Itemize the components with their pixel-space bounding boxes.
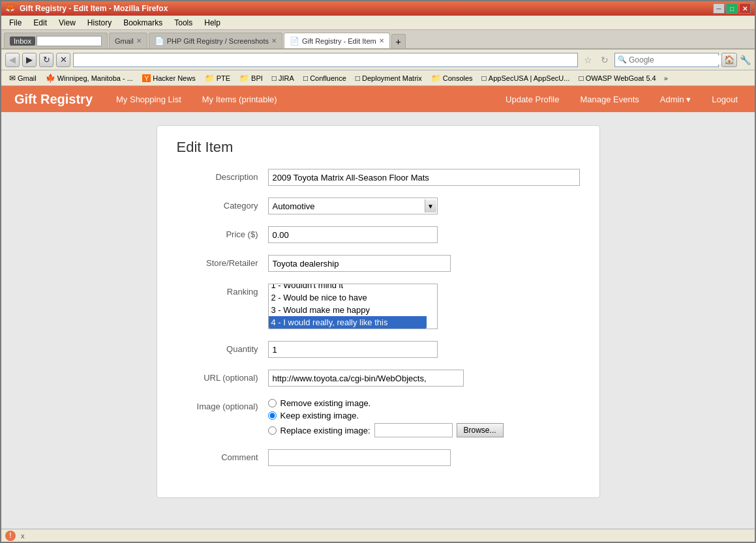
description-row: Description: [177, 169, 580, 186]
bookmark-winnipeg[interactable]: 🍁 Winnipeg, Manitoba - ...: [42, 72, 137, 84]
image-keep-radio[interactable]: [268, 411, 277, 420]
image-remove-radio[interactable]: [268, 399, 277, 407]
nav-shopping-list[interactable]: My Shopping List: [106, 86, 192, 112]
forward-button[interactable]: ▶: [22, 53, 37, 67]
price-field: [268, 226, 580, 243]
ranking-field: 1 - Wouldn't mind it 2 - Would be nice t…: [268, 284, 580, 329]
inbox-search-input[interactable]: [37, 36, 102, 46]
price-input[interactable]: [268, 226, 438, 243]
quantity-row: Quantity: [177, 341, 580, 358]
window-title: Gift Registry - Edit Item - Mozilla Fire…: [20, 4, 168, 13]
bookmark-deployment[interactable]: □ Deployment Matrix: [352, 72, 426, 84]
menu-history[interactable]: History: [82, 17, 117, 29]
title-bar-controls: ─ □ ✕: [713, 3, 751, 14]
url-input[interactable]: [268, 370, 464, 387]
bookmark-jira[interactable]: □ JIRA: [268, 72, 298, 84]
category-row: Category Automotive Books Clothing Elect…: [177, 198, 580, 214]
php-registry-icon: 📄: [155, 37, 164, 46]
address-input[interactable]: [73, 53, 578, 67]
bookmark-owasp[interactable]: □ OWASP WebGoat 5.4: [575, 72, 659, 84]
bookmark-bpi[interactable]: 📁 BPI: [235, 72, 267, 84]
refresh-icon[interactable]: ↻: [597, 53, 612, 67]
menu-view[interactable]: View: [53, 17, 81, 29]
bookmark-hacker-news[interactable]: Y Hacker News: [138, 73, 200, 83]
nav-admin[interactable]: Admin ▾: [650, 86, 701, 112]
tab-gift-edit[interactable]: 📄 Gift Registry - Edit Item ✕: [284, 33, 390, 48]
tab-gmail-label: Gmail: [115, 37, 134, 45]
tab-php-registry[interactable]: 📄 PHP Gift Registry / Screenshots ✕: [149, 33, 282, 48]
deployment-icon: □: [355, 74, 360, 83]
bookmark-appsec[interactable]: □ AppSecUSA | AppSecU...: [478, 72, 574, 84]
bookmark-confluence[interactable]: □ Confluence: [299, 72, 350, 84]
ranking-listbox[interactable]: 1 - Wouldn't mind it 2 - Would be nice t…: [269, 284, 427, 329]
winnipeg-icon: 🍁: [46, 74, 55, 83]
nav-items-printable[interactable]: My Items (printable): [192, 86, 288, 112]
browse-button[interactable]: Browse...: [457, 423, 504, 437]
image-keep-label: Keep existing image.: [280, 411, 359, 420]
tab-php-registry-label: PHP Gift Registry / Screenshots: [167, 37, 269, 45]
tab-inbox[interactable]: Inbox: [4, 33, 108, 48]
status-warning-icon[interactable]: !: [5, 531, 16, 541]
menu-file[interactable]: File: [4, 17, 27, 29]
bookmark-deployment-label: Deployment Matrix: [362, 74, 422, 82]
image-keep-row: Keep existing image.: [268, 411, 580, 420]
tab-gift-edit-label: Gift Registry - Edit Item: [302, 37, 376, 45]
ranking-option-4: 4 - I would really, really like this: [269, 316, 427, 329]
ranking-listbox-wrapper: 1 - Wouldn't mind it 2 - Would be nice t…: [268, 284, 438, 329]
nav-manage-events[interactable]: Manage Events: [569, 86, 649, 112]
tab-gmail[interactable]: Gmail ✕: [109, 33, 147, 48]
owasp-icon: □: [579, 74, 583, 83]
bookmark-pte-label: PTE: [217, 74, 230, 82]
status-close-button[interactable]: x: [21, 532, 25, 540]
menu-edit[interactable]: Edit: [28, 17, 52, 29]
bookmark-pte[interactable]: 📁 PTE: [201, 72, 234, 84]
form-title: Edit Item: [177, 139, 580, 156]
bookmark-owasp-label: OWASP WebGoat 5.4: [586, 74, 656, 82]
tab-gmail-close[interactable]: ✕: [136, 37, 142, 44]
home-button[interactable]: 🏠: [721, 53, 737, 67]
category-select[interactable]: Automotive Books Clothing Electronics Ho…: [268, 198, 438, 214]
app-logo[interactable]: Gift Registry: [8, 92, 106, 107]
stop-button[interactable]: ✕: [56, 53, 70, 67]
status-bar: ! x: [1, 529, 755, 542]
maximize-button[interactable]: □: [726, 3, 738, 14]
content-area: Edit Item Description Category Automotiv…: [1, 112, 755, 529]
consoles-icon: 📁: [431, 74, 441, 83]
ranking-option-2: 2 - Would be nice to have: [269, 291, 427, 304]
tab-gift-edit-close[interactable]: ✕: [379, 37, 384, 44]
bookmark-star-icon[interactable]: ☆: [581, 53, 595, 67]
store-input[interactable]: [268, 255, 451, 272]
bookmark-consoles[interactable]: 📁 Consoles: [427, 72, 477, 84]
new-tab-button[interactable]: +: [391, 34, 406, 48]
comment-row: Comment: [177, 449, 580, 466]
image-remove-label: Remove existing image.: [280, 398, 371, 408]
tab-php-registry-close[interactable]: ✕: [271, 37, 277, 44]
minimize-button[interactable]: ─: [713, 3, 725, 14]
ranking-option-1: 1 - Wouldn't mind it: [269, 284, 427, 291]
bookmark-gmail[interactable]: ✉ Gmail: [5, 72, 40, 84]
category-select-wrapper: Automotive Books Clothing Electronics Ho…: [268, 198, 438, 214]
menu-help[interactable]: Help: [199, 17, 226, 29]
image-file-input[interactable]: [374, 423, 453, 437]
url-field: [268, 370, 580, 387]
comment-input[interactable]: [268, 449, 451, 466]
title-bar-left: 🦊 Gift Registry - Edit Item - Mozilla Fi…: [5, 3, 168, 14]
close-button[interactable]: ✕: [739, 3, 751, 14]
menu-bookmarks[interactable]: Bookmarks: [118, 17, 168, 29]
reload-button[interactable]: ↻: [39, 53, 53, 67]
appsec-icon: □: [482, 74, 487, 83]
pte-icon: 📁: [205, 74, 215, 83]
bookmarks-more-button[interactable]: »: [661, 73, 671, 83]
nav-logout[interactable]: Logout: [701, 86, 748, 112]
tools-icon[interactable]: 🔧: [740, 55, 751, 65]
inbox-tab-content: Inbox: [10, 36, 102, 46]
nav-update-profile[interactable]: Update Profile: [495, 86, 569, 112]
image-replace-radio[interactable]: [268, 426, 277, 435]
description-input[interactable]: [268, 169, 580, 186]
back-button[interactable]: ◀: [5, 53, 20, 67]
quantity-input[interactable]: [268, 341, 438, 358]
search-engine-icon: 🔍: [618, 55, 627, 64]
bookmark-consoles-label: Consoles: [443, 74, 473, 82]
search-input[interactable]: [629, 55, 727, 65]
menu-tools[interactable]: Tools: [169, 17, 198, 29]
